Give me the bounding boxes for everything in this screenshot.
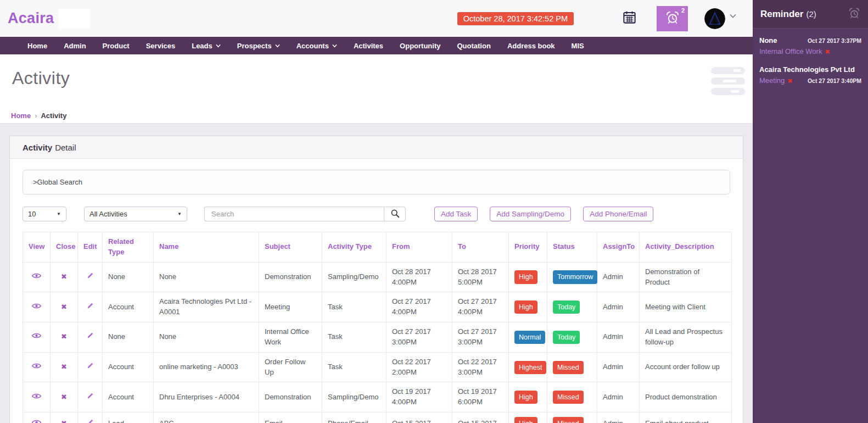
table-row: ✖NoneNoneDemonstrationSampling/DemoOct 2…	[23, 262, 732, 292]
add-sampling-demo-button[interactable]: Add Sampling/Demo	[490, 207, 571, 221]
table-row: ✖AccountAcaira Technologies Pvt Ltd - A0…	[23, 292, 732, 322]
nav-item-product[interactable]: Product	[94, 37, 138, 54]
column-header: Edit	[78, 232, 103, 263]
nav-item-accounts[interactable]: Accounts	[288, 37, 345, 54]
view-icon[interactable]	[23, 292, 51, 322]
close-icon[interactable]: ✖	[51, 413, 78, 423]
global-search-box[interactable]: >Global Search	[23, 170, 730, 194]
view-icon[interactable]	[23, 262, 51, 292]
close-icon[interactable]: ✖	[51, 292, 78, 322]
cell-from: Oct 19 2017 4:00PM	[387, 382, 452, 413]
priority-badge: High	[514, 417, 537, 423]
page-size-select[interactable]: 10 ▼	[23, 207, 66, 221]
edit-icon[interactable]	[78, 262, 103, 292]
reminder-item-type-link[interactable]: Internal Office Work	[759, 47, 822, 55]
search-input[interactable]	[204, 207, 384, 221]
nav-item-quotation[interactable]: Quotation	[449, 37, 499, 54]
edit-icon[interactable]	[78, 292, 103, 322]
calendar-icon[interactable]	[622, 10, 637, 27]
activity-table: ViewCloseEditRelated TypeNameSubjectActi…	[23, 232, 732, 423]
status-badge: Missed	[553, 391, 584, 404]
nav-item-prospects[interactable]: Prospects	[229, 37, 288, 54]
close-icon[interactable]: ✖	[51, 322, 78, 353]
cell-description: Product demonstration	[640, 382, 732, 413]
nav-item-activites[interactable]: Activites	[345, 37, 391, 54]
status-badge-cell: Missed	[547, 352, 597, 382]
reminder-dismiss-icon[interactable]: ✖	[787, 77, 792, 84]
cell-activity-type: Task	[322, 292, 387, 322]
cell-activity-type: Task	[322, 352, 387, 382]
priority-badge-cell: High	[509, 382, 547, 413]
close-icon[interactable]: ✖	[51, 262, 78, 292]
cell-related-type: None	[103, 262, 154, 292]
edit-icon[interactable]	[78, 382, 103, 413]
nav-item-mis[interactable]: MIS	[563, 37, 592, 54]
breadcrumb-home-link[interactable]: Home	[11, 112, 31, 120]
menu-skeleton	[711, 67, 745, 98]
search-icon	[390, 209, 400, 220]
reminders-button[interactable]: 2	[657, 6, 688, 31]
search-button[interactable]	[384, 207, 406, 221]
add-phone-email-button[interactable]: Add Phone/Email	[583, 207, 653, 221]
reminder-item: Acaira Technologies Pvt LtdMeeting✖Oct 2…	[759, 65, 861, 85]
dropdown-caret-icon: ▼	[57, 212, 61, 216]
app-root: Acaira October 28, 2017 3:42:52 PM	[0, 0, 868, 423]
cell-name: ABC	[154, 413, 259, 423]
nav-item-leads[interactable]: Leads	[183, 37, 229, 54]
nav-item-admin[interactable]: Admin	[55, 37, 94, 54]
skeleton-bar	[711, 77, 745, 85]
view-icon[interactable]	[23, 352, 51, 382]
cell-related-type: Account	[103, 292, 154, 322]
user-menu-chevron-icon[interactable]	[730, 10, 736, 20]
edit-icon[interactable]	[78, 413, 103, 423]
cell-name: Acaira Technologies Pvt Ltd - A0001	[154, 292, 259, 322]
reminder-sidebar: Reminder (2) NoneOct 27 2017 3:37PMInter…	[753, 0, 868, 423]
close-icon[interactable]: ✖	[51, 352, 78, 382]
status-badge-cell: Missed	[547, 382, 597, 413]
status-badge-cell: Missed	[547, 413, 597, 423]
reminder-item-type-link[interactable]: Meeting	[759, 76, 785, 85]
priority-badge: Normal	[514, 331, 545, 344]
table-row: ✖LeadABCEmailPhone/EmailOct 15 2017Oct 1…	[23, 413, 732, 423]
reminder-list: NoneOct 27 2017 3:37PMInternal Office Wo…	[753, 29, 868, 102]
nav-item-services[interactable]: Services	[138, 37, 184, 54]
cell-assign-to: Admin	[597, 262, 640, 292]
status-badge: Today	[553, 331, 580, 344]
edit-icon[interactable]	[78, 322, 103, 353]
view-icon[interactable]	[23, 413, 51, 423]
cell-description: Demonstration of Product	[640, 262, 732, 292]
cell-to: Oct 22 2017 3:00PM	[452, 352, 509, 382]
nav-item-opportunity[interactable]: Opportunity	[391, 37, 449, 54]
edit-icon[interactable]	[78, 352, 103, 382]
cell-activity-type: Sampling/Demo	[322, 262, 387, 292]
page-title: Activity	[12, 68, 70, 88]
cell-activity-type: Sampling/Demo	[322, 382, 387, 413]
view-icon[interactable]	[23, 322, 51, 353]
nav-item-label: Services	[146, 42, 176, 50]
activity-filter-select[interactable]: All Activities ▼	[84, 207, 187, 221]
reminder-alarm-icon	[848, 7, 860, 21]
add-task-button[interactable]: Add Task	[434, 207, 478, 221]
cell-activity-type: Task	[322, 322, 387, 353]
close-icon[interactable]: ✖	[51, 382, 78, 413]
table-header: ViewCloseEditRelated TypeNameSubjectActi…	[23, 232, 732, 263]
cell-related-type: Lead	[103, 413, 154, 423]
status-badge: Today	[553, 300, 580, 314]
main-nav: HomeAdminProductServicesLeadsProspectsAc…	[0, 37, 753, 54]
cell-subject: Demonstration	[259, 262, 322, 292]
breadcrumb-separator: ›	[35, 112, 37, 120]
nav-item-home[interactable]: Home	[19, 37, 55, 54]
chevron-down-icon	[216, 42, 221, 50]
user-avatar[interactable]	[704, 8, 725, 29]
alarm-clock-icon	[665, 10, 680, 27]
add-buttons: Add TaskAdd Sampling/DemoAdd Phone/Email	[434, 207, 665, 221]
priority-badge-cell: High	[509, 292, 547, 322]
logo-image-placeholder	[58, 9, 90, 29]
status-badge: Missed	[553, 417, 584, 423]
nav-item-label: Product	[103, 42, 130, 50]
view-icon[interactable]	[23, 382, 51, 413]
nav-item-address-book[interactable]: Address book	[499, 37, 563, 54]
datetime-badge: October 28, 2017 3:42:52 PM	[457, 12, 574, 25]
cell-subject: Internal Office Work	[259, 322, 322, 353]
reminder-dismiss-icon[interactable]: ✖	[825, 48, 830, 55]
